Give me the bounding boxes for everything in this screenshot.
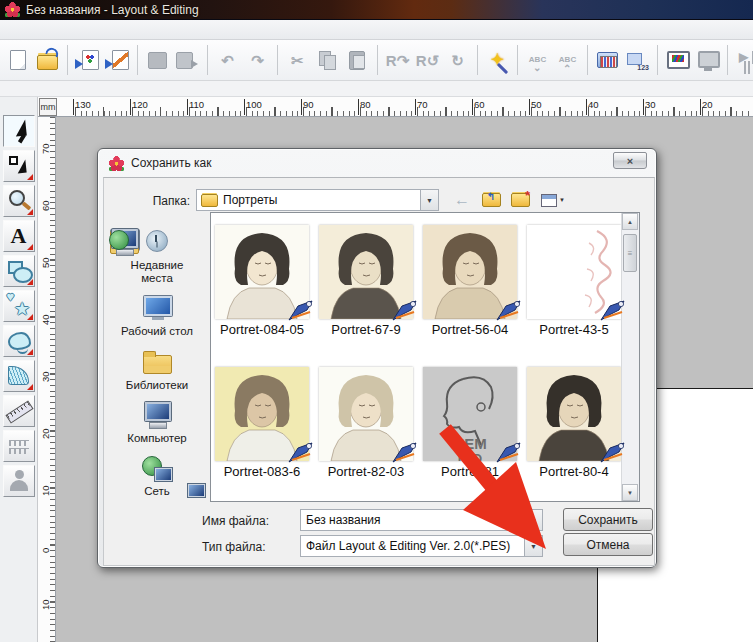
menu-edit[interactable] bbox=[22, 28, 42, 32]
file-thumbnail[interactable] bbox=[527, 367, 621, 461]
place-label: Рабочий стол bbox=[114, 325, 200, 338]
sewing-order-icon[interactable] bbox=[624, 47, 651, 74]
stitch-attributes-tool[interactable] bbox=[3, 430, 35, 462]
ruler-tick-label: 10 bbox=[40, 596, 52, 610]
write-to-card-icon[interactable] bbox=[174, 47, 201, 74]
menu-image[interactable] bbox=[42, 28, 62, 32]
filetype-dropdown-arrow[interactable]: ▼ bbox=[524, 536, 542, 556]
stitch-view-icon[interactable] bbox=[694, 47, 721, 74]
paste-icon[interactable] bbox=[344, 47, 371, 74]
place-network[interactable]: Сеть bbox=[107, 454, 207, 498]
place-libraries[interactable]: Библиотеки bbox=[107, 348, 207, 392]
image-to-stitch-wizard-icon[interactable]: ✦ bbox=[484, 47, 511, 74]
file-portret-083-6[interactable]: Portret-083-6 bbox=[214, 367, 310, 479]
file-thumbnail[interactable] bbox=[423, 225, 517, 319]
new-design-icon[interactable] bbox=[4, 47, 31, 74]
place-desktop[interactable]: Рабочий стол bbox=[107, 294, 207, 338]
text-fit-arc-up-icon[interactable]: ABC bbox=[554, 47, 581, 74]
file-thumbnail[interactable] bbox=[319, 225, 413, 319]
file-portret-81[interactable]: KEM LTD Portret-81 bbox=[422, 367, 518, 479]
filetype-combobox[interactable]: Файл Layout & Editing Ver. 2.0(*.PES) ▼ bbox=[300, 535, 543, 557]
scrollbar-thumb[interactable]: ≡ bbox=[623, 234, 637, 272]
measure-tool[interactable] bbox=[3, 395, 35, 427]
dialog-title-bar[interactable]: Сохранить как bbox=[98, 149, 656, 177]
import-image-icon[interactable] bbox=[74, 47, 101, 74]
zoom-tool[interactable] bbox=[3, 185, 35, 217]
menu-option[interactable] bbox=[122, 28, 142, 32]
menu-text[interactable] bbox=[62, 28, 82, 32]
redo-icon[interactable]: ↷ bbox=[244, 47, 271, 74]
save-icon[interactable] bbox=[144, 47, 171, 74]
open-file-icon[interactable] bbox=[34, 47, 61, 74]
folder-icon bbox=[201, 194, 218, 207]
flip-horizontal-icon[interactable]: R↷ bbox=[384, 47, 411, 74]
thread-palette-icon[interactable] bbox=[594, 47, 621, 74]
ruler-tick-label: 100 bbox=[246, 99, 262, 110]
file-portret-43-5[interactable]: Portret-43-5 bbox=[526, 225, 622, 337]
ruler-tick-label: 90 bbox=[303, 99, 314, 110]
scroll-up-button[interactable]: ▲ bbox=[622, 213, 638, 230]
place-icon bbox=[140, 294, 174, 322]
file-name-label: Portret-56-04 bbox=[432, 322, 509, 337]
menu-display[interactable] bbox=[102, 28, 122, 32]
cut-icon[interactable]: ✂ bbox=[284, 47, 311, 74]
menu-file[interactable] bbox=[2, 28, 22, 32]
manual-punch-tool[interactable] bbox=[3, 360, 35, 392]
ruler-tick-label: 50 bbox=[531, 99, 542, 110]
place-icon bbox=[140, 348, 174, 376]
views-button[interactable] bbox=[539, 190, 567, 210]
place-computer[interactable]: Компьютер bbox=[107, 401, 207, 445]
file-thumbnail[interactable] bbox=[215, 225, 309, 319]
pes-format-overlay-icon bbox=[391, 441, 418, 464]
filename-dropdown-arrow[interactable]: ▼ bbox=[524, 510, 542, 530]
text-fit-arc-down-icon[interactable]: ABC bbox=[524, 47, 551, 74]
flip-vertical-icon[interactable]: R↺ bbox=[414, 47, 441, 74]
cancel-button[interactable]: Отмена bbox=[563, 533, 653, 556]
undo-icon[interactable]: ↶ bbox=[214, 47, 241, 74]
file-thumbnail[interactable] bbox=[527, 225, 621, 319]
pes-format-overlay-icon bbox=[287, 441, 314, 464]
menu-help[interactable] bbox=[142, 28, 162, 32]
pes-format-overlay-icon bbox=[599, 441, 626, 464]
shapes-tool[interactable] bbox=[3, 255, 35, 287]
stitch-simulator-icon[interactable] bbox=[734, 47, 753, 74]
ruler-tick-label: 60 bbox=[40, 197, 52, 211]
save-button[interactable]: Сохранить bbox=[563, 508, 653, 531]
text-tool[interactable]: A bbox=[3, 220, 35, 252]
pes-format-overlay-icon bbox=[287, 299, 314, 322]
file-thumbnail[interactable] bbox=[319, 367, 413, 461]
import-tracing-icon[interactable] bbox=[104, 47, 131, 74]
file-portret-80-4[interactable]: Portret-80-4 bbox=[526, 367, 622, 479]
pes-format-overlay-icon bbox=[599, 299, 626, 322]
freeform-shape-tool[interactable] bbox=[3, 325, 35, 357]
ruler-tick-label: 10 bbox=[40, 482, 52, 496]
scroll-down-button[interactable]: ▼ bbox=[622, 484, 638, 501]
folder-combobox[interactable]: Портреты ▼ bbox=[196, 189, 439, 211]
star-heart-shapes-tool[interactable]: ★ bbox=[3, 290, 35, 322]
ruler-tick-label: 50 bbox=[40, 254, 52, 268]
dialog-close-button[interactable]: × bbox=[613, 152, 647, 169]
filename-combobox[interactable]: Без названия ▼ bbox=[300, 509, 543, 531]
filename-label: Имя файла: bbox=[202, 514, 269, 528]
place-icon bbox=[140, 454, 174, 482]
file-thumbnail[interactable]: KEM LTD bbox=[423, 367, 517, 461]
point-edit-tool[interactable] bbox=[3, 150, 35, 182]
file-thumbnail[interactable] bbox=[215, 367, 309, 461]
new-folder-button[interactable] bbox=[510, 190, 530, 210]
file-portret-56-04[interactable]: Portret-56-04 bbox=[422, 225, 518, 337]
portrait-tool[interactable] bbox=[3, 465, 35, 497]
file-portret-67-9[interactable]: Portret-67-9 bbox=[318, 225, 414, 337]
back-button[interactable]: ← bbox=[452, 190, 472, 210]
file-portret-82-03[interactable]: Portret-82-03 bbox=[318, 367, 414, 479]
menu-sew[interactable] bbox=[82, 28, 102, 32]
folder-dropdown-arrow[interactable]: ▼ bbox=[420, 190, 438, 210]
realistic-preview-icon[interactable] bbox=[664, 47, 691, 74]
select-tool[interactable] bbox=[3, 115, 35, 147]
rotate-icon[interactable]: ↻ bbox=[444, 47, 471, 74]
file-name-label: Portret-81 bbox=[441, 464, 499, 479]
up-one-level-button[interactable] bbox=[481, 190, 501, 210]
ruler-unit-box[interactable]: mm bbox=[39, 98, 57, 116]
copy-icon[interactable] bbox=[314, 47, 341, 74]
filetype-label: Тип файла: bbox=[202, 540, 266, 554]
file-portret-084-05[interactable]: Portret-084-05 bbox=[214, 225, 310, 337]
